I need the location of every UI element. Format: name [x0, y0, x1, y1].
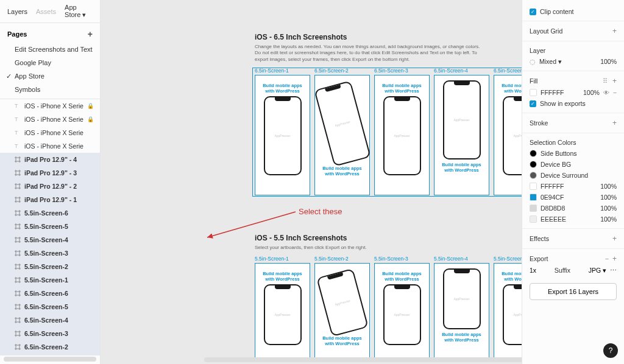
- export-scale[interactable]: 1x: [530, 267, 536, 274]
- left-scrollbar[interactable]: [4, 357, 96, 362]
- fill-visibility[interactable]: 👁: [603, 89, 609, 96]
- frame-label[interactable]: 5.5in-Screen-1: [255, 256, 310, 262]
- frame-label[interactable]: 6.5in-Screen-4: [434, 68, 489, 74]
- color-swatch[interactable]: [530, 205, 537, 212]
- frame-label[interactable]: 6.5in-Screen-5: [494, 68, 522, 74]
- artboard-frame[interactable]: Build mobile apps with WordPressAppPress…: [374, 263, 430, 360]
- color-swatch[interactable]: [530, 194, 537, 201]
- frame-label[interactable]: 6.5in-Screen-3: [374, 68, 430, 74]
- frame-label[interactable]: 5.5in-Screen-5: [494, 256, 522, 262]
- layout-grid-header: Layout Grid: [530, 27, 609, 35]
- phone-mockup: AppPresser: [264, 284, 302, 345]
- canvas[interactable]: iOS - 6.5 Inch Screenshots Change the la…: [101, 0, 522, 364]
- selection-color-row[interactable]: Side Buttons: [530, 148, 617, 159]
- promo-text: Build mobile apps with WordPress: [437, 332, 486, 343]
- phone-mockup: AppPresser: [316, 268, 369, 337]
- artboard-frame[interactable]: Build mobile apps with WordPressAppPress…: [494, 263, 522, 360]
- add-page-button[interactable]: +: [88, 29, 93, 39]
- add-layout-grid[interactable]: +: [612, 27, 617, 35]
- help-button[interactable]: ?: [603, 343, 618, 358]
- show-in-exports-checkbox[interactable]: ✓: [530, 100, 536, 107]
- promo-text: Build mobile apps with WordPress: [377, 271, 427, 282]
- frame-label[interactable]: 5.5in-Screen-2: [314, 256, 370, 262]
- export-more[interactable]: ⋯: [610, 267, 617, 274]
- frame-label[interactable]: 5.5in-Screen-4: [434, 256, 489, 262]
- page-item[interactable]: Google Play: [0, 56, 100, 69]
- blend-mode[interactable]: Mixed ▾: [539, 58, 597, 65]
- layer-item[interactable]: 5.5in-Screen-6: [0, 206, 100, 220]
- frame-label[interactable]: 5.5in-Screen-3: [374, 256, 430, 262]
- layer-item[interactable]: 6.5in-Screen-5: [0, 300, 100, 313]
- layer-item[interactable]: TiOS - iPhone X Serie: [0, 139, 100, 153]
- artboard-frame[interactable]: Build mobile apps with WordPressAppPress…: [494, 75, 522, 195]
- layer-item[interactable]: TiOS - iPhone X Serie🔒: [0, 99, 100, 113]
- selection-color-row[interactable]: 0E94CF100%: [530, 192, 617, 203]
- color-swatch[interactable]: [530, 150, 537, 157]
- canvas-scrollbar[interactable]: [204, 357, 522, 362]
- selection-color-row[interactable]: D8D8D8100%: [530, 203, 617, 214]
- page-item[interactable]: Edit Screenshots and Text: [0, 43, 100, 56]
- export-header: Export: [530, 255, 601, 262]
- layer-item[interactable]: 6.5in-Screen-1: [0, 354, 100, 355]
- remove-export[interactable]: −: [605, 255, 609, 262]
- artboard-frame[interactable]: Build mobile apps with WordPressAppPress…: [374, 75, 430, 195]
- add-fill[interactable]: +: [612, 77, 617, 85]
- fill-opacity[interactable]: 100%: [583, 89, 600, 96]
- artboard-frame[interactable]: AppPresserBuild mobile apps with WordPre…: [434, 263, 489, 360]
- layer-item[interactable]: 5.5in-Screen-1: [0, 273, 100, 287]
- effects-header: Effects: [530, 235, 609, 242]
- add-export[interactable]: +: [612, 254, 617, 263]
- layer-item[interactable]: 5.5in-Screen-5: [0, 220, 100, 233]
- artboard-frame[interactable]: AppPresserBuild mobile apps with WordPre…: [434, 75, 489, 195]
- fill-swatch[interactable]: [530, 89, 537, 96]
- export-button[interactable]: Export 16 Layers: [530, 283, 617, 300]
- page-item[interactable]: ✓App Store: [0, 69, 100, 83]
- promo-text: Build mobile apps with WordPress: [377, 83, 427, 94]
- artboard-frame[interactable]: AppPresserBuild mobile apps with WordPre…: [314, 75, 370, 195]
- fill-hex[interactable]: FFFFFF: [541, 89, 580, 96]
- layer-item[interactable]: TiOS - iPhone X Serie🔒: [0, 113, 100, 126]
- tab-assets[interactable]: Assets: [36, 8, 56, 15]
- export-format[interactable]: JPG ▾: [589, 267, 606, 274]
- add-stroke[interactable]: +: [612, 119, 617, 127]
- color-swatch[interactable]: [530, 183, 537, 190]
- layer-item[interactable]: 5.5in-Screen-4: [0, 233, 100, 247]
- layer-item[interactable]: 5.5in-Screen-2: [0, 260, 100, 273]
- show-in-exports-label: Show in exports: [540, 100, 617, 107]
- color-swatch[interactable]: [530, 161, 537, 168]
- selection-color-row[interactable]: Device BG: [530, 159, 617, 170]
- selection-color-row[interactable]: Device Surround: [530, 170, 617, 181]
- page-selector[interactable]: App Store ▾: [65, 4, 94, 19]
- tab-layers[interactable]: Layers: [7, 8, 27, 15]
- artboard-frame[interactable]: AppPresserBuild mobile apps with WordPre…: [314, 263, 370, 360]
- layer-item[interactable]: 6.5in-Screen-2: [0, 340, 100, 354]
- remove-fill[interactable]: −: [613, 89, 617, 96]
- page-item[interactable]: Symbols: [0, 83, 100, 96]
- phone-mockup: AppPresser: [443, 80, 481, 159]
- frame-label[interactable]: 6.5in-Screen-1: [255, 68, 310, 74]
- panel-tabs: Layers Assets App Store ▾: [0, 0, 100, 23]
- color-swatch[interactable]: [530, 215, 537, 223]
- fill-header: Fill: [530, 77, 599, 85]
- artboard-frame[interactable]: Build mobile apps with WordPressAppPress…: [255, 75, 310, 195]
- layer-item[interactable]: 6.5in-Screen-4: [0, 313, 100, 327]
- layer-item[interactable]: iPad Pro 12.9" - 3: [0, 166, 100, 180]
- clip-content-checkbox[interactable]: ✓: [530, 9, 536, 15]
- layer-item[interactable]: 6.5in-Screen-6: [0, 287, 100, 300]
- layer-item[interactable]: TiOS - iPhone X Serie: [0, 126, 100, 139]
- layer-item[interactable]: iPad Pro 12.9" - 4: [0, 153, 100, 166]
- fill-style-button[interactable]: ⠿: [603, 77, 609, 85]
- selection-color-row[interactable]: FFFFFF100%: [530, 181, 617, 192]
- color-swatch[interactable]: [530, 172, 537, 179]
- layer-opacity[interactable]: 100%: [600, 58, 617, 65]
- add-effect[interactable]: +: [612, 234, 617, 243]
- layer-item[interactable]: iPad Pro 12.9" - 2: [0, 180, 100, 193]
- promo-text: Build mobile apps with WordPress: [497, 83, 522, 94]
- layer-item[interactable]: iPad Pro 12.9" - 1: [0, 193, 100, 206]
- export-suffix[interactable]: Suffix: [540, 267, 585, 274]
- artboard-frame[interactable]: Build mobile apps with WordPressAppPress…: [255, 263, 310, 360]
- frame-label[interactable]: 6.5in-Screen-2: [314, 68, 370, 74]
- layer-item[interactable]: 5.5in-Screen-3: [0, 247, 100, 260]
- layer-item[interactable]: 6.5in-Screen-3: [0, 327, 100, 340]
- selection-color-row[interactable]: EEEEEE100%: [530, 214, 617, 225]
